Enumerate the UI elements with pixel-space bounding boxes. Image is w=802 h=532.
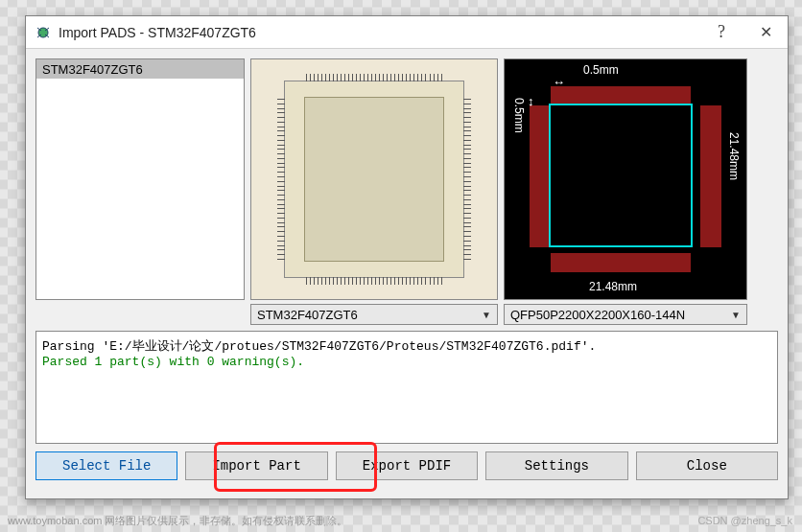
dim-bottom: 21.48mm (589, 280, 637, 293)
import-part-button[interactable]: Import Part (185, 451, 327, 480)
preview-row: STM32F407ZGT6 0.5mm 0.5mm 21 (35, 58, 778, 300)
footprint-select-text: QFP50P2200X2200X160-144N (510, 308, 685, 322)
log-line: Parsed 1 part(s) with 0 warning(s). (42, 355, 304, 369)
schematic-select[interactable]: STM32F407ZGT6 ▼ (250, 304, 498, 325)
select-file-button[interactable]: Select File (35, 451, 177, 480)
dim-left: 0.5mm (512, 98, 526, 133)
parts-list[interactable]: STM32F407ZGT6 (35, 58, 245, 300)
app-icon (35, 25, 51, 40)
watermark-text: www.toymoban.com 网络图片仅供展示，非存储。如有侵权请联系删除。 (8, 514, 347, 528)
content-area: STM32F407ZGT6 0.5mm 0.5mm 21 (26, 49, 788, 498)
settings-button[interactable]: Settings (485, 451, 627, 480)
close-button[interactable]: Close (636, 451, 778, 480)
titlebar: Import PADS - STM32F407ZGT6 ? ✕ (26, 16, 788, 49)
chip-symbol (284, 81, 464, 278)
close-window-button[interactable]: ✕ (743, 16, 788, 49)
schematic-preview (250, 58, 498, 300)
footprint-select[interactable]: QFP50P2200X2200X160-144N ▼ (504, 304, 747, 325)
window-title: Import PADS - STM32F407ZGT6 (59, 25, 699, 40)
schematic-select-text: STM32F407ZGT6 (257, 308, 358, 322)
log-output: Parsing 'E:/毕业设计/论文/protues/STM32F407ZGT… (35, 331, 778, 444)
export-pdif-button[interactable]: Export PDIF (336, 451, 478, 480)
log-line: Parsing 'E:/毕业设计/论文/protues/STM32F407ZGT… (42, 339, 596, 354)
dialog: Import PADS - STM32F407ZGT6 ? ✕ STM32F40… (25, 15, 789, 499)
chevron-down-icon: ▼ (482, 310, 491, 320)
help-button[interactable]: ? (699, 16, 743, 49)
combo-row: STM32F407ZGT6 ▼ QFP50P2200X2200X160-144N… (35, 304, 778, 325)
list-item[interactable]: STM32F407ZGT6 (36, 59, 244, 79)
dim-right: 21.48mm (727, 132, 741, 180)
credit-text: CSDN @zheng_s_k (697, 515, 792, 526)
button-row: Select File Import Part Export PDIF Sett… (35, 451, 778, 490)
chevron-down-icon: ▼ (731, 310, 741, 320)
footprint-preview: 0.5mm 0.5mm 21.48mm 21.48mm ↔ ↕ (504, 58, 747, 300)
dim-top: 0.5mm (583, 63, 619, 77)
